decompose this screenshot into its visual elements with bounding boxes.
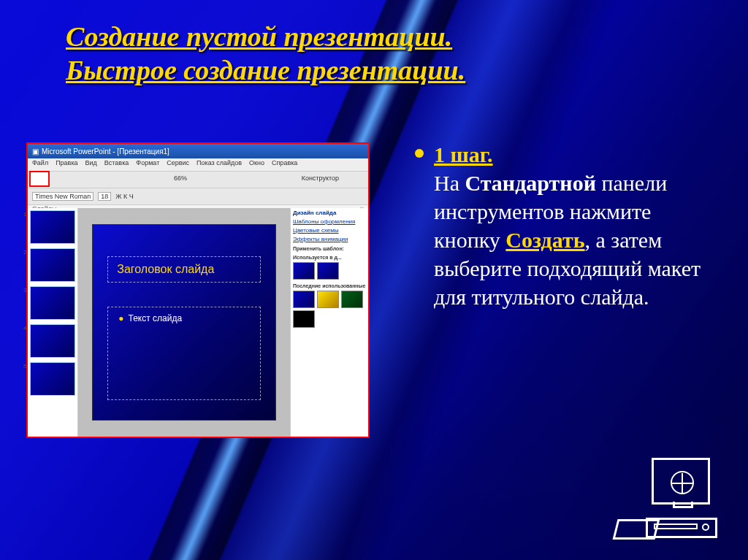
template-thumb[interactable] (341, 291, 363, 308)
taskpane-link[interactable]: Цветовые схемы (293, 227, 366, 234)
pp-menubar: Файл Правка Вид Вставка Формат Сервис По… (28, 158, 368, 172)
instruction-block: 1 шаг. На Стандартной панели инструменто… (415, 140, 707, 311)
pp-titlebar: ▣ Microsoft PowerPoint - [Презентация1] (28, 144, 368, 158)
menu-item[interactable]: Правка (56, 159, 77, 170)
menu-item[interactable]: Окно (249, 159, 264, 170)
template-thumb[interactable] (293, 291, 315, 308)
pp-app-icon: ▣ (32, 147, 39, 156)
slide-root: Создание пустой презентации. Быстрое соз… (0, 0, 748, 560)
template-gallery (293, 262, 366, 280)
thumb[interactable]: 3 (30, 286, 75, 320)
slide-canvas-area: Заголовок слайда ●Текст слайда (78, 208, 290, 437)
new-button-highlight[interactable] (29, 171, 50, 187)
computer-icon (615, 458, 717, 538)
step-keyword-standard: Стандартной (465, 171, 595, 195)
template-thumb[interactable] (317, 291, 339, 308)
taskpane-header: Дизайн слайда (293, 210, 366, 216)
menu-item[interactable]: Файл (32, 159, 48, 170)
text-placeholder-label: Текст слайда (128, 313, 182, 323)
powerpoint-screenshot: ▣ Microsoft PowerPoint - [Презентация1] … (26, 142, 370, 438)
font-style-flags[interactable]: Ж К Ч (115, 193, 134, 200)
menu-item[interactable]: Показ слайдов (196, 159, 242, 170)
thumb[interactable]: 5 (30, 362, 75, 396)
template-thumb[interactable] (293, 262, 315, 280)
title-placeholder[interactable]: Заголовок слайда (107, 256, 261, 283)
template-gallery (293, 291, 366, 328)
menu-item[interactable]: Справка (272, 159, 297, 170)
menu-item[interactable]: Вид (85, 159, 97, 170)
title-line1: Создание пустой презентации. (66, 21, 452, 52)
taskpane-link[interactable]: Шаблоны оформления (293, 218, 366, 225)
globe-icon (671, 471, 694, 494)
menu-item[interactable]: Вставка (104, 159, 129, 170)
menu-item[interactable]: Формат (136, 159, 159, 170)
current-slide[interactable]: Заголовок слайда ●Текст слайда (92, 224, 275, 420)
pp-workarea: 1 2 3 4 5 Заголовок слайда ●Текст слайда… (28, 208, 368, 437)
text-placeholder[interactable]: ●Текст слайда (107, 307, 261, 400)
design-task-pane: Дизайн слайда Шаблоны оформления Цветовы… (290, 208, 368, 437)
step-label: 1 шаг. (434, 140, 493, 169)
pp-formatting-toolbar: Times New Roman 18 Ж К Ч (28, 188, 368, 205)
taskpane-section: Применить шаблон: (293, 246, 366, 251)
template-thumb[interactable] (317, 262, 339, 280)
bullet-icon: ● (118, 313, 123, 323)
font-size[interactable]: 18 (98, 192, 111, 201)
font-name[interactable]: Times New Roman (32, 192, 94, 201)
thumb[interactable]: 2 (30, 248, 75, 282)
step-heading-row: 1 шаг. (415, 140, 707, 169)
bullet-icon (415, 149, 424, 158)
step-keyword-create: Создать (505, 228, 584, 252)
keyboard-icon (613, 519, 660, 540)
pp-standard-toolbar: Конструктор 66% (28, 172, 368, 188)
taskpane-section: Последние использованные (293, 283, 366, 288)
taskpane-link[interactable]: Эффекты анимации (293, 236, 366, 242)
slide-thumbnails: 1 2 3 4 5 (28, 208, 78, 437)
step-pre: На (434, 171, 465, 195)
thumb[interactable]: 1 (30, 210, 75, 244)
step-text: На Стандартной панели инструментов нажми… (434, 169, 707, 311)
pp-window-title: Microsoft PowerPoint - [Презентация1] (42, 147, 169, 156)
menu-item[interactable]: Сервис (167, 159, 189, 170)
title-line2: Быстрое создание презентации. (66, 55, 465, 85)
thumb[interactable]: 4 (30, 324, 75, 358)
constructor-label[interactable]: Конструктор (302, 174, 339, 182)
template-thumb[interactable] (293, 310, 315, 328)
monitor-icon (652, 458, 710, 505)
zoom-value[interactable]: 66% (174, 174, 187, 182)
taskpane-section: Используется в д... (293, 255, 366, 260)
slide-title: Создание пустой презентации. Быстрое соз… (66, 20, 617, 87)
